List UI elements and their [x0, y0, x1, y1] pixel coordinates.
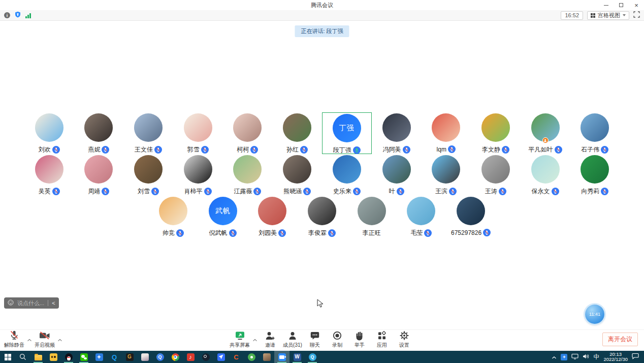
layout-switcher[interactable]: 宫格视图	[587, 11, 629, 20]
chat-button[interactable]: 聊天	[305, 330, 325, 349]
g-app-taskbar-icon[interactable]: G	[122, 351, 137, 363]
apps-button[interactable]: 应用	[372, 330, 392, 349]
qq-taskbar-icon[interactable]	[61, 351, 76, 363]
feishu-taskbar-icon[interactable]	[213, 351, 229, 363]
participant-tile[interactable]: 李文静	[471, 112, 521, 154]
orange-c-taskbar-icon[interactable]: C	[229, 351, 244, 363]
participant-tile[interactable]: 吴英	[24, 154, 74, 196]
word-taskbar-icon[interactable]: W	[289, 351, 305, 363]
invite-button[interactable]: 邀请	[260, 330, 280, 349]
leave-meeting-button[interactable]: 离开会议	[602, 332, 638, 346]
members-button[interactable]: 成员(31)	[282, 330, 303, 349]
participant-tile[interactable]: 李正旺	[347, 196, 397, 237]
mic-muted-icon	[552, 188, 559, 195]
avatar-initials: 武帆	[209, 197, 237, 225]
participant-tile[interactable]: 丁强段丁强	[322, 112, 372, 154]
ime-indicator[interactable]: 中	[593, 353, 599, 361]
yellow-app-taskbar-icon[interactable]	[46, 351, 61, 363]
participant-tile[interactable]: 王文佳	[123, 112, 173, 154]
green-app-taskbar-icon[interactable]	[244, 351, 259, 363]
participant-tile[interactable]: 675297826	[446, 196, 496, 237]
explorer-taskbar-icon[interactable]	[30, 351, 46, 363]
floating-timer-badge[interactable]: 11:41	[585, 305, 604, 324]
netease-music-taskbar-icon[interactable]: ♪	[183, 351, 198, 363]
participant-tile[interactable]: 向秀莉	[570, 154, 620, 196]
chevron-up-icon[interactable]	[57, 331, 63, 349]
participant-tile[interactable]: 柯柯	[223, 112, 273, 154]
start-video-button[interactable]: 开启视频	[35, 330, 55, 349]
participant-tile[interactable]: 燕妮	[74, 112, 124, 154]
participant-tile[interactable]: lqm	[421, 112, 471, 154]
volume-icon[interactable]	[583, 352, 589, 361]
participant-tile[interactable]: 史乐来	[322, 154, 372, 196]
security-shield-icon[interactable]	[15, 11, 21, 20]
participant-name: 冯阿美	[383, 145, 401, 154]
participant-tile[interactable]: 王涛	[471, 154, 521, 196]
participant-tile[interactable]: 肖柿平	[173, 154, 223, 196]
participant-tile[interactable]: 刘雪	[123, 154, 173, 196]
raise-hand-button[interactable]: 举手	[349, 330, 370, 349]
contact-app-taskbar-icon[interactable]	[259, 351, 274, 363]
participant-name-row: 675297826	[451, 229, 491, 236]
participant-tile[interactable]: 郭雪	[173, 112, 223, 154]
settings-button[interactable]: 设置	[394, 330, 414, 349]
chevron-up-icon[interactable]	[252, 331, 258, 349]
participant-name-row: 王涛	[485, 187, 506, 196]
participant-name: 毛莹	[410, 229, 423, 237]
mic-muted-icon	[154, 146, 162, 154]
quick-chat-bubble[interactable]: 说点什么... <	[4, 297, 59, 309]
participant-tile[interactable]: 周靖	[74, 154, 124, 196]
unmute-button[interactable]: 解除静音	[4, 330, 24, 349]
participant-tile[interactable]: 冯阿美	[372, 112, 422, 154]
wechat-taskbar-icon[interactable]	[76, 351, 91, 363]
minimize-button[interactable]	[598, 0, 614, 10]
participant-tile[interactable]: 武帆倪武帆	[198, 196, 248, 237]
meeting-info-icon[interactable]: i	[4, 12, 10, 18]
quark-taskbar-icon[interactable]: Q	[152, 351, 168, 363]
chevron-up-icon[interactable]	[26, 331, 33, 349]
tray-app-icon[interactable]	[561, 354, 567, 360]
maximize-button[interactable]	[614, 0, 629, 10]
taskbar-clock[interactable]: 20:13 2022/12/30	[603, 352, 628, 362]
collapse-chat-icon[interactable]: <	[52, 300, 55, 306]
chrome-taskbar-icon[interactable]	[168, 351, 183, 363]
participant-tile[interactable]: 王滨	[421, 154, 471, 196]
mic-muted-icon	[176, 229, 184, 237]
avatar	[407, 197, 435, 225]
participant-tile[interactable]: 熊晓涵	[272, 154, 322, 196]
participant-tile[interactable]: 保永文	[521, 154, 570, 196]
chat-input-placeholder[interactable]: 说点什么...	[17, 299, 44, 307]
action-center-icon[interactable]	[632, 352, 639, 361]
participant-tile[interactable]: 石子伟	[570, 112, 620, 154]
search-taskbar-icon[interactable]	[15, 351, 30, 363]
network-icon[interactable]	[571, 352, 578, 361]
participant-tile[interactable]: 帅竞	[148, 196, 198, 237]
thunder-taskbar-icon[interactable]	[91, 351, 107, 363]
participant-tile[interactable]: 刘欢	[24, 112, 74, 154]
tencent-meeting-taskbar-icon[interactable]	[274, 351, 289, 363]
emoji-icon[interactable]	[8, 298, 14, 308]
start-taskbar-icon[interactable]	[0, 351, 15, 363]
record-button[interactable]: 录制	[327, 330, 347, 349]
share-screen-button[interactable]: 共享屏幕	[230, 330, 250, 349]
steam-taskbar-icon[interactable]	[198, 351, 213, 363]
fullscreen-button[interactable]	[633, 11, 640, 20]
participant-tile[interactable]: 毛莹	[397, 196, 446, 237]
participant-tile[interactable]: 江露薇	[223, 154, 273, 196]
qq-music-taskbar-icon[interactable]: Q	[305, 351, 320, 363]
avatar	[283, 113, 311, 142]
video-stage: 正在讲话: 段丁强 刘欢 燕妮 王文佳 郭雪 柯柯 孙红 丁强段丁强	[0, 21, 644, 329]
participant-tile[interactable]: 叶	[372, 154, 422, 196]
qq-browser-taskbar-icon[interactable]: Q	[107, 351, 122, 363]
avatar	[481, 113, 510, 142]
network-signal-icon[interactable]	[25, 13, 31, 18]
participant-tile[interactable]: 刘园美	[247, 196, 297, 237]
close-button[interactable]: ×	[629, 0, 644, 10]
anime-app-taskbar-icon[interactable]	[137, 351, 152, 363]
participant-tile[interactable]: 孙红	[272, 112, 322, 154]
participant-name: 王涛	[485, 187, 497, 196]
mic-muted-icon	[102, 146, 109, 154]
tray-expand-icon[interactable]	[552, 352, 557, 361]
participant-tile[interactable]: 平凡如叶	[521, 112, 570, 154]
participant-tile[interactable]: 李俊霖	[297, 196, 347, 237]
